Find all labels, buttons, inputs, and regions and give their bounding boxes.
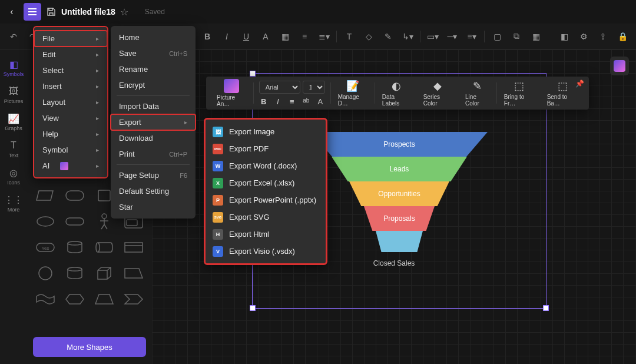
ctx-series-color[interactable]: ◆Series Color	[418, 79, 458, 107]
sidebar-icons[interactable]: ◎Icons	[2, 164, 25, 188]
shape-capsule[interactable]	[61, 210, 88, 233]
ctx-italic[interactable]: I	[273, 97, 283, 106]
sidebar-text[interactable]: TText	[2, 137, 25, 161]
ctx-send-back[interactable]: ⬚Send to Ba…	[541, 79, 584, 107]
menu-insert[interactable]: Insert▸	[34, 78, 107, 94]
undo-button[interactable]: ↶	[5, 28, 22, 45]
shape-parallelogram[interactable]	[32, 184, 59, 207]
export-export-pdf[interactable]: PDFExport PDF	[206, 140, 326, 157]
stroke-button[interactable]: ─▾	[443, 28, 461, 45]
file-star[interactable]: Star	[111, 199, 196, 215]
connector-button[interactable]: ◇	[360, 28, 377, 45]
grid-button[interactable]: ▦	[527, 28, 545, 45]
text-tool-button[interactable]: T	[340, 28, 358, 45]
back-button[interactable]: ‹	[5, 5, 19, 19]
underline-button[interactable]: U	[237, 28, 255, 45]
export-export-image[interactable]: 🖼Export Image	[206, 123, 326, 140]
shape-yes[interactable]: Yes	[32, 236, 59, 259]
shape-trapezoid[interactable]	[91, 287, 118, 311]
highlight-button[interactable]: ▦	[276, 28, 294, 45]
ctx-font-color[interactable]: A	[315, 97, 326, 106]
font-color-button[interactable]: A	[257, 28, 274, 45]
italic-button[interactable]: I	[218, 28, 236, 45]
export-export-powerpoint-pptx-[interactable]: PExport PowerPoint (.pptx)	[206, 191, 326, 209]
funnel-stage-2[interactable]: Leads	[332, 157, 467, 181]
resize-handle-tl[interactable]	[250, 71, 255, 76]
menu-ai[interactable]: AI▸	[34, 158, 107, 174]
shape-rounded-rect[interactable]	[61, 184, 88, 207]
funnel-chart[interactable]: Prospects Leads Opportunities Proposals	[311, 132, 488, 252]
bold-button[interactable]: B	[198, 28, 216, 45]
shape-cylinder-h[interactable]	[91, 236, 118, 259]
theme-button[interactable]: ◧	[555, 28, 573, 45]
ctx-case[interactable]: ab	[301, 97, 312, 106]
shape-hex[interactable]	[61, 287, 88, 311]
ctx-picture-analysis[interactable]: Picture An…	[211, 79, 252, 107]
sidebar-more[interactable]: ⋮⋮More	[2, 191, 25, 216]
shape-circle[interactable]	[32, 262, 59, 285]
shape-cylinder[interactable]	[61, 236, 88, 259]
pen-tool-button[interactable]: ✎	[379, 28, 397, 45]
page-button[interactable]: ▢	[488, 28, 506, 45]
sidebar-pictures[interactable]: 🖼Pictures	[2, 82, 25, 107]
fill-button[interactable]: ▭▾	[424, 28, 442, 45]
file-import-data[interactable]: Import Data	[111, 98, 196, 114]
menu-layout[interactable]: Layout▸	[34, 94, 107, 110]
shape-cylinder2[interactable]	[61, 262, 88, 285]
ctx-bold[interactable]: B	[259, 97, 269, 106]
resize-handle-bl[interactable]	[250, 306, 255, 310]
shape-wave[interactable]	[32, 287, 59, 311]
file-export[interactable]: Export▸	[111, 114, 196, 130]
file-print[interactable]: PrintCtrl+P	[111, 146, 196, 162]
menu-edit[interactable]: Edit▸	[34, 47, 107, 62]
main-menu-button[interactable]	[24, 3, 41, 21]
shape-chevron[interactable]	[120, 287, 147, 311]
shape-cube[interactable]	[91, 262, 118, 285]
ctx-line-color[interactable]: ✎Line Color	[459, 79, 495, 107]
shape-trapezoid-r[interactable]	[120, 262, 147, 285]
sidebar-symbols[interactable]: ◧Symbols	[2, 55, 25, 80]
export-export-word-docx-[interactable]: WExport Word (.docx)	[206, 157, 326, 174]
favorite-star-icon[interactable]: ☆	[120, 6, 128, 18]
funnel-stage-5[interactable]	[376, 231, 423, 252]
share-button[interactable]: ⇪	[594, 28, 612, 45]
settings-button[interactable]: ⚙	[575, 28, 592, 45]
more-shapes-button[interactable]: More Shapes	[33, 337, 146, 357]
menu-symbol[interactable]: Symbol▸	[34, 142, 107, 158]
funnel-stage-4[interactable]: Proposals	[364, 206, 435, 231]
arrow-style-button[interactable]: ≡▾	[463, 28, 481, 45]
align-button[interactable]: ≡	[296, 28, 313, 45]
shape-ellipse[interactable]	[32, 210, 59, 233]
file-rename[interactable]: Rename	[111, 61, 196, 77]
save-icon[interactable]	[46, 6, 57, 17]
menu-help[interactable]: Help▸	[34, 126, 107, 142]
resize-handle-br[interactable]	[544, 306, 548, 310]
copy-button[interactable]: ⧉	[508, 28, 525, 45]
font-size-select[interactable]: 12	[303, 81, 325, 94]
ai-assistant-button[interactable]	[610, 57, 629, 75]
ctx-data-labels[interactable]: ◐Data Labels	[376, 79, 416, 107]
ctx-manage-data[interactable]: 📝Manage D…	[332, 79, 373, 107]
export-export-html[interactable]: HExport Html	[206, 226, 326, 243]
export-export-excel-xlsx-[interactable]: XExport Excel (.xlsx)	[206, 174, 326, 191]
file-download[interactable]: Download	[111, 130, 196, 146]
menu-view[interactable]: View▸	[34, 110, 107, 126]
file-encrypt[interactable]: Encrypt	[111, 77, 196, 93]
file-page-setup[interactable]: Page SetupF6	[111, 167, 196, 183]
line-style-button[interactable]: ↳▾	[399, 28, 416, 45]
document-title[interactable]: Untitled file18	[61, 7, 115, 16]
file-home[interactable]: Home	[111, 29, 196, 45]
lock-button[interactable]: 🔒	[614, 28, 631, 45]
line-spacing-button[interactable]: ≣▾	[315, 28, 333, 45]
export-export-svg[interactable]: SVGExport SVG	[206, 209, 326, 226]
sidebar-graphs[interactable]: 📈Graphs	[2, 110, 25, 134]
file-default-setting[interactable]: Default Setting	[111, 183, 196, 199]
funnel-stage-1[interactable]: Prospects	[311, 132, 488, 157]
ctx-align[interactable]: ≡	[287, 97, 297, 106]
ctx-bring-front[interactable]: ⬚Bring to Fr…	[498, 79, 540, 107]
export-export-visio-vsdx-[interactable]: VExport Visio (.vsdx)	[206, 243, 326, 260]
funnel-stage-3[interactable]: Opportunities	[349, 181, 449, 206]
menu-file[interactable]: File▸	[34, 31, 107, 47]
file-save[interactable]: SaveCtrl+S	[111, 45, 196, 61]
menu-select[interactable]: Select▸	[34, 62, 107, 78]
